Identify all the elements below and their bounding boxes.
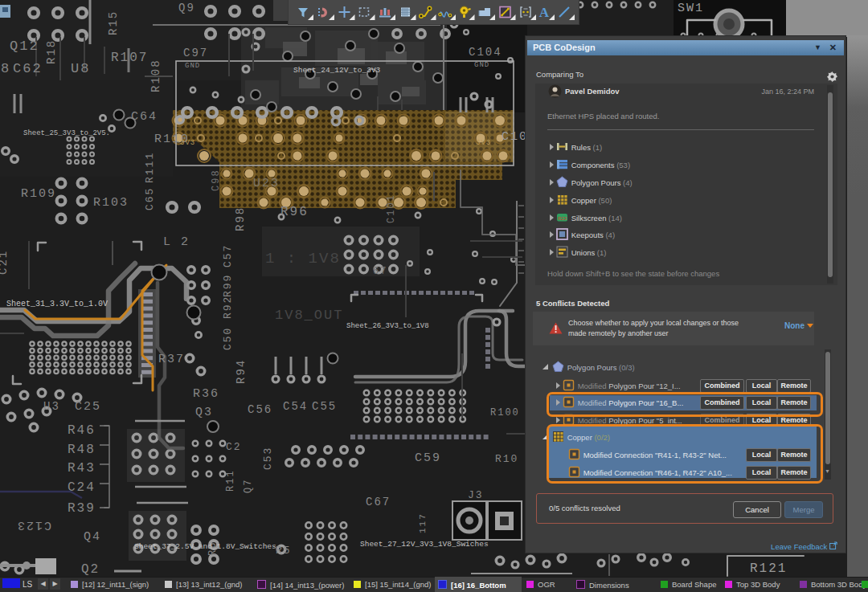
svg-text:C65: C65	[144, 187, 156, 210]
svg-text:Q4: Q4	[84, 530, 101, 544]
svg-text:C2: C2	[226, 441, 242, 453]
svg-text:R92: R92	[222, 296, 234, 319]
svg-text:Q12: Q12	[10, 39, 39, 54]
svg-text:C67: C67	[366, 496, 391, 508]
svg-text:8: 8	[1, 61, 10, 76]
svg-text:R94: R94	[235, 359, 248, 384]
svg-text:Sheet_37_2.5V_and_1.8V_Switche: Sheet_37_2.5V_and_1.8V_Switches	[134, 542, 276, 551]
svg-text:R111: R111	[144, 152, 156, 183]
svg-text:C55: C55	[312, 400, 337, 413]
svg-text:U3: U3	[43, 400, 60, 413]
svg-text:R23: R23	[558, 216, 567, 221]
svg-text:3V3: 3V3	[180, 139, 195, 147]
svg-text:Sheet_25_3V3_to_2V5.: Sheet_25_3V3_to_2V5.	[23, 129, 110, 137]
svg-text:Q3: Q3	[195, 406, 213, 419]
svg-text:U23: U23	[253, 177, 280, 190]
svg-text:R46: R46	[68, 423, 96, 438]
svg-text:R99: R99	[222, 274, 234, 297]
svg-text:Q9: Q9	[178, 2, 195, 14]
svg-text:C62: C62	[13, 61, 43, 76]
svg-text:R11: R11	[225, 469, 236, 492]
svg-text:GND: GND	[474, 61, 489, 69]
svg-text:Sheet_31_3.3V_to_1.0V: Sheet_31_3.3V_to_1.0V	[6, 300, 108, 308]
svg-text:C64: C64	[131, 110, 158, 124]
svg-text:Sheet_26_3V3_to_1V8: Sheet_26_3V3_to_1V8	[346, 322, 429, 330]
svg-text:J3: J3	[468, 489, 484, 501]
svg-text:R107: R107	[111, 51, 148, 65]
svg-text:R18: R18	[45, 39, 58, 64]
svg-text:A: A	[539, 5, 550, 20]
svg-text:C104: C104	[469, 46, 502, 59]
svg-text:R15: R15	[107, 10, 120, 35]
svg-text:R98: R98	[234, 206, 247, 231]
svg-text:U8: U8	[71, 61, 90, 76]
svg-text:SW1: SW1	[678, 2, 704, 15]
svg-text:R43: R43	[68, 461, 96, 476]
svg-text:C123: C123	[16, 518, 51, 532]
svg-text:3V3: 3V3	[476, 139, 491, 147]
svg-text:Sheet_24_12V_to_3V3: Sheet_24_12V_to_3V3	[293, 66, 381, 75]
svg-text:R5: R5	[276, 545, 292, 557]
svg-text:C57: C57	[222, 244, 234, 267]
svg-text:R108: R108	[149, 59, 162, 92]
svg-text:R37: R37	[158, 353, 185, 366]
svg-text:GND: GND	[185, 62, 200, 70]
svg-text:R39: R39	[68, 501, 96, 516]
svg-text:C24: C24	[68, 480, 96, 495]
svg-text:C25: C25	[75, 400, 101, 414]
svg-text:C59: C59	[415, 451, 441, 465]
svg-text:C98: C98	[211, 169, 222, 191]
svg-text:R36: R36	[193, 387, 219, 401]
svg-text:67: 67	[373, 266, 387, 277]
svg-text:L 2: L 2	[163, 235, 190, 249]
svg-text:Q7: Q7	[243, 479, 254, 493]
svg-text:Q2: Q2	[81, 562, 100, 577]
svg-text:R10: R10	[495, 453, 518, 465]
svg-text:C101: C101	[386, 194, 397, 223]
svg-text:C97: C97	[183, 47, 208, 59]
svg-text:C53: C53	[262, 447, 274, 470]
svg-text:1V8_OUT: 1V8_OUT	[275, 308, 343, 323]
svg-text:R121: R121	[750, 561, 787, 576]
svg-text:R109: R109	[21, 187, 56, 201]
svg-text:117: 117	[418, 512, 428, 533]
svg-text:R48: R48	[68, 443, 96, 457]
svg-text:C56: C56	[248, 403, 272, 416]
svg-text:Sheet_27_12V_3V3_1V8_Swiches: Sheet_27_12V_3V3_1V8_Swiches	[360, 540, 489, 549]
svg-text:R103: R103	[93, 196, 129, 210]
svg-text:C50: C50	[222, 327, 234, 350]
svg-text:1 : 1V8: 1 : 1V8	[265, 250, 341, 267]
svg-text:R100: R100	[490, 407, 520, 418]
svg-text:R96: R96	[280, 205, 309, 219]
svg-text:C21: C21	[0, 250, 10, 275]
svg-text:C54: C54	[283, 400, 308, 413]
